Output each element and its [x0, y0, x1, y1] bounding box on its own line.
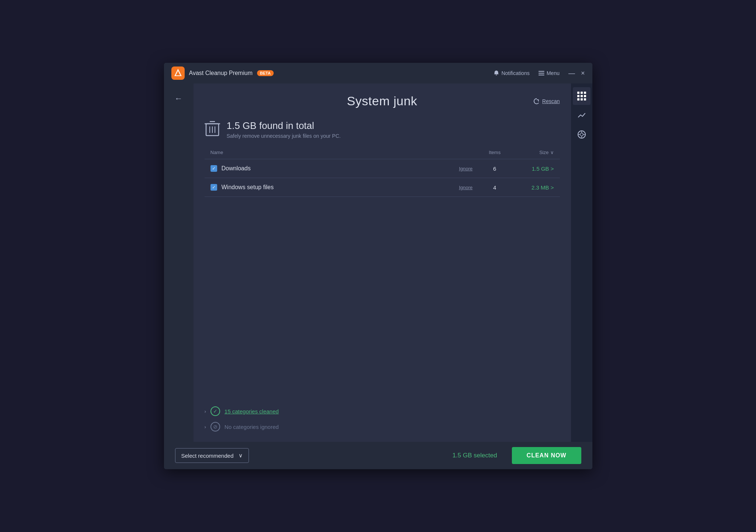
windows-setup-items: 4 — [480, 184, 510, 191]
beta-badge: BETA — [257, 70, 274, 76]
title-bar-left: Avast Cleanup Premium BETA — [171, 66, 493, 80]
sort-chevron-icon: ∨ — [550, 150, 554, 155]
windows-setup-size[interactable]: 2.3 MB > — [510, 184, 554, 191]
downloads-items: 6 — [480, 166, 510, 172]
chart-icon — [578, 111, 586, 119]
summary-desc: Safely remove unnecessary junk files on … — [227, 133, 341, 139]
right-sidebar — [571, 83, 592, 442]
categories-ignored-label: No categories ignored — [225, 424, 279, 430]
downloads-checkbox[interactable]: ✓ — [211, 165, 217, 172]
trash-icon — [205, 119, 220, 139]
footer-bar: Select recommended ∨ 1.5 GB selected CLE… — [164, 442, 592, 469]
title-bar-right: Notifications Menu — × — [493, 70, 585, 76]
clean-now-button[interactable]: CLEAN NOW — [512, 447, 581, 464]
selected-size-label: 1.5 GB selected — [452, 452, 497, 459]
help-button[interactable] — [573, 126, 591, 143]
select-recommended-chevron-icon: ∨ — [239, 452, 243, 459]
left-sidebar: ← — [164, 83, 194, 442]
summary-text: 1.5 GB found in total Safely remove unne… — [227, 120, 341, 139]
col-header-size[interactable]: Size ∨ — [510, 150, 554, 155]
row-name-downloads: Downloads — [222, 165, 251, 172]
menu-label: Menu — [547, 70, 560, 76]
table-header: Name Items Size ∨ — [205, 146, 560, 159]
rescan-icon — [533, 98, 540, 105]
row-left: ✓ Downloads — [211, 165, 459, 172]
main-layout: ← System junk Rescan — [164, 83, 592, 442]
table-section: Name Items Size ∨ ✓ Downloads Ig — [194, 146, 571, 396]
grid-view-button[interactable] — [573, 87, 591, 105]
title-bar: Avast Cleanup Premium BETA Notifications… — [164, 63, 592, 83]
svg-rect-2 — [538, 73, 544, 74]
col-header-name: Name — [211, 150, 480, 155]
chart-view-button[interactable] — [573, 106, 591, 124]
app-window: Avast Cleanup Premium BETA Notifications… — [164, 63, 592, 469]
categories-ignored-chevron-icon: › — [205, 424, 206, 430]
downloads-ignore-button[interactable]: Ignore — [459, 166, 473, 171]
minimize-button[interactable]: — — [568, 70, 575, 76]
notifications-button[interactable]: Notifications — [493, 70, 530, 76]
row-name-windows-setup: Windows setup files — [222, 184, 274, 191]
grid-icon — [577, 92, 586, 100]
categories-cleaned-item[interactable]: › ✓ 15 categories cleaned — [205, 403, 560, 419]
categories-cleaned-check-icon: ✓ — [211, 406, 220, 416]
bell-icon — [493, 70, 499, 76]
window-controls: — × — [568, 70, 585, 76]
page-title: System junk — [347, 94, 417, 108]
rescan-label: Rescan — [542, 98, 560, 104]
page-header: System junk Rescan — [194, 83, 571, 116]
menu-icon — [538, 70, 544, 76]
notifications-label: Notifications — [502, 70, 530, 76]
checkmark-icon: ✓ — [212, 166, 216, 171]
windows-setup-checkbox[interactable]: ✓ — [211, 184, 217, 191]
categories-cleaned-label: 15 categories cleaned — [225, 408, 279, 415]
table-row: ✓ Downloads Ignore 6 1.5 GB > — [205, 159, 560, 178]
checkmark-icon: ✓ — [212, 185, 216, 190]
svg-rect-3 — [538, 75, 544, 75]
col-header-items: Items — [480, 150, 510, 155]
menu-button[interactable]: Menu — [538, 70, 560, 76]
close-button[interactable]: × — [581, 70, 585, 76]
avast-logo-icon — [171, 66, 185, 80]
categories-cleaned-chevron-icon: › — [205, 409, 206, 414]
help-icon — [577, 130, 586, 139]
table-row: ✓ Windows setup files Ignore 4 2.3 MB > — [205, 178, 560, 197]
downloads-size[interactable]: 1.5 GB > — [510, 166, 554, 172]
categories-ignored-ban-icon: ⊘ — [211, 422, 220, 432]
back-button[interactable]: ← — [172, 91, 186, 106]
rescan-button[interactable]: Rescan — [533, 98, 560, 105]
summary-size: 1.5 GB found in total — [227, 120, 341, 132]
app-title: Avast Cleanup Premium — [189, 70, 253, 76]
windows-setup-ignore-button[interactable]: Ignore — [459, 185, 473, 190]
categories-section: › ✓ 15 categories cleaned › ⊘ No categor… — [194, 396, 571, 442]
svg-rect-1 — [538, 71, 544, 72]
row-left: ✓ Windows setup files — [211, 184, 459, 191]
svg-point-6 — [580, 133, 583, 136]
content-area: System junk Rescan — [194, 83, 571, 442]
categories-ignored-item[interactable]: › ⊘ No categories ignored — [205, 419, 560, 434]
select-recommended-button[interactable]: Select recommended ∨ — [175, 448, 249, 463]
summary-section: 1.5 GB found in total Safely remove unne… — [194, 116, 571, 146]
select-recommended-label: Select recommended — [181, 453, 234, 459]
